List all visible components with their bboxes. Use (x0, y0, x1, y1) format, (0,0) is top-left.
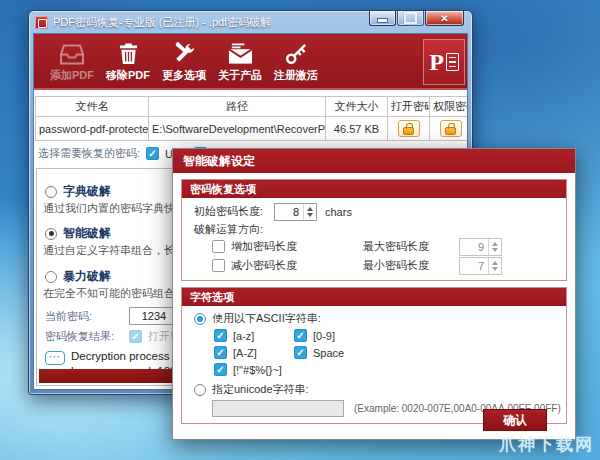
site-watermark: 爪神下载网 (499, 433, 594, 456)
maximize-button[interactable] (397, 11, 424, 26)
direction-label: 破解运算方向: (194, 222, 263, 237)
charset-AZ-option[interactable]: [A-Z] (214, 346, 294, 359)
permission-password-lock-button[interactable] (440, 120, 462, 137)
header-permission-password: 权限密码 (430, 97, 469, 117)
dictionary-radio[interactable] (45, 186, 57, 198)
charset-grid: [a-z] [0-9] [A-Z] (214, 327, 554, 378)
ascii-radio[interactable] (194, 313, 206, 325)
min-length-stepper: 7 (459, 257, 502, 275)
stepper-arrows-icon (488, 239, 501, 255)
charset-AZ-checkbox[interactable] (214, 346, 227, 359)
character-options-group: 字符选项 使用以下ASCII字符串: [a-z] [0-9] (181, 287, 567, 424)
tools-icon (173, 41, 196, 65)
charset-space-option[interactable]: Space (294, 346, 374, 359)
charset-AZ-label: [A-Z] (233, 347, 257, 359)
header-open-password: 打开密码 (388, 97, 430, 117)
charset-az-checkbox[interactable] (214, 329, 227, 342)
smart-crack-settings-dialog: 智能破解设定 密码恢复选项 初始密码长度: 8 chars 破解运算方向: (172, 148, 576, 440)
max-length-stepper: 9 (459, 238, 502, 256)
dialog-title: 智能破解设定 (183, 153, 255, 170)
unicode-option-row[interactable]: 指定unicode字符串: (194, 381, 554, 398)
initial-length-stepper[interactable]: 8 (274, 203, 317, 221)
cell-filesize: 46.57 KB (326, 117, 388, 141)
charset-symbols-checkbox[interactable] (214, 363, 227, 376)
minimize-button[interactable] (369, 11, 396, 26)
table-row[interactable]: password-pdf-protected.pd E:\SoftwareDev… (36, 117, 469, 141)
initial-length-value: 8 (275, 204, 303, 220)
toolbar: 添加PDF 移除PDF 更多选项 (34, 34, 467, 90)
initial-length-label: 初始密码长度: (194, 204, 274, 219)
current-password-label: 当前密码: (45, 309, 123, 324)
lock-icon (445, 127, 456, 135)
increase-length-label: 增加密码长度 (231, 239, 331, 254)
header-path: 路径 (149, 97, 326, 117)
decrease-length-checkbox[interactable] (212, 259, 225, 272)
brute-force-title: 暴力破解 (63, 268, 111, 285)
remove-pdf-button[interactable]: 移除PDF (100, 37, 156, 87)
desktop: PDF密码恢复-专业版 (已注册) - .pdf密码破解 添加PDF (0, 0, 600, 460)
more-options-button[interactable]: 更多选项 (156, 37, 212, 87)
recovery-options-header: 密码恢复选项 (182, 180, 566, 198)
file-table: 文件名 路径 文件大小 打开密码 权限密码 password-pdf-prote… (35, 96, 468, 141)
charset-09-label: [0-9] (313, 330, 335, 342)
unicode-radio[interactable] (194, 384, 206, 396)
more-options-label: 更多选项 (162, 68, 206, 83)
register-activate-label: 注册激活 (274, 68, 318, 83)
initial-length-row: 初始密码长度: 8 chars (194, 202, 554, 221)
caption-buttons (368, 11, 464, 26)
min-length-label: 最小密码长度 (363, 258, 459, 273)
dictionary-title: 字典破解 (63, 183, 111, 200)
smart-title: 智能破解 (63, 225, 111, 242)
close-button[interactable] (425, 11, 464, 26)
charset-space-label: Space (313, 347, 344, 359)
open-password-lock-button[interactable] (398, 120, 420, 137)
select-password-label: 选择需要恢复的密码: (38, 146, 140, 161)
add-pdf-icon (60, 41, 84, 65)
dialog-titlebar[interactable]: 智能破解设定 (173, 149, 575, 173)
charset-space-checkbox[interactable] (294, 346, 307, 359)
about-product-button[interactable]: 关于产品 (212, 37, 268, 87)
stepper-arrows-icon[interactable] (303, 204, 316, 220)
table-header-row: 文件名 路径 文件大小 打开密码 权限密码 (36, 97, 469, 117)
mail-icon (228, 41, 253, 65)
smart-radio[interactable] (45, 228, 57, 240)
add-pdf-button[interactable]: 添加PDF (44, 37, 100, 87)
pdf-app-logo: P (423, 39, 465, 85)
chars-unit-label: chars (325, 206, 352, 218)
logo-letter: P (429, 49, 444, 76)
header-filename: 文件名 (36, 97, 149, 117)
increase-length-row: 增加密码长度 最大密码长度 9 (212, 237, 554, 256)
document-icon (446, 53, 459, 71)
charset-09-option[interactable]: [0-9] (294, 329, 374, 342)
header-filesize: 文件大小 (326, 97, 388, 117)
ascii-option-row[interactable]: 使用以下ASCII字符串: (194, 310, 554, 327)
increase-length-checkbox[interactable] (212, 240, 225, 253)
decrease-length-row: 减小密码长度 最小密码长度 7 (212, 256, 554, 275)
trash-icon (119, 41, 138, 65)
cell-filename: password-pdf-protected.pd (36, 117, 149, 141)
remove-pdf-label: 移除PDF (106, 68, 150, 83)
window-title: PDF密码恢复-专业版 (已注册) - .pdf密码破解 (53, 15, 271, 30)
brute-force-radio[interactable] (45, 271, 57, 283)
cell-open-password (388, 117, 430, 141)
result-label: 密码恢复结果: (45, 329, 123, 344)
unicode-string-input[interactable] (212, 400, 344, 417)
charset-az-option[interactable]: [a-z] (214, 329, 294, 342)
direction-label-row: 破解运算方向: (194, 221, 554, 237)
add-pdf-label: 添加PDF (50, 68, 94, 83)
key-icon (285, 41, 308, 65)
charset-symbols-option[interactable]: [!"#$%{}~] (214, 363, 282, 376)
unicode-label: 指定unicode字符串: (212, 382, 309, 397)
register-activate-button[interactable]: 注册激活 (268, 37, 324, 87)
stepper-arrows-icon (488, 258, 501, 274)
ascii-label: 使用以下ASCII字符串: (212, 311, 321, 326)
message-bubble-icon (45, 351, 65, 365)
user-password-checkbox[interactable] (146, 147, 159, 160)
confirm-button[interactable]: 确认 (483, 409, 547, 431)
recovery-options-group: 密码恢复选项 初始密码长度: 8 chars 破解运算方向: 增加密码长度 最大 (181, 179, 567, 281)
min-length-value: 7 (460, 258, 488, 274)
charset-09-checkbox[interactable] (294, 329, 307, 342)
charset-symbols-label: [!"#$%{}~] (233, 364, 282, 376)
lock-icon (403, 127, 414, 135)
max-length-value: 9 (460, 239, 488, 255)
